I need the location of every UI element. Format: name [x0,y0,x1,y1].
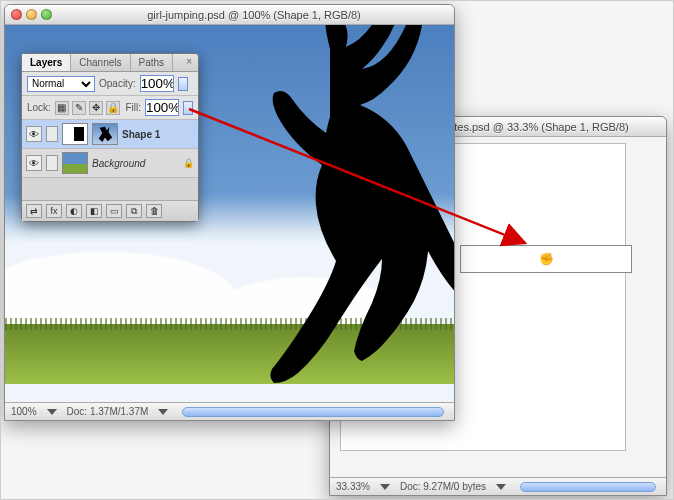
fill-label: Fill: [125,102,141,113]
link-layers-icon[interactable]: ⇄ [26,204,42,218]
layer-row-background[interactable]: 👁 Background 🔒 [22,149,198,178]
close-icon[interactable] [11,9,22,20]
horizontal-scrollbar[interactable] [182,407,444,417]
layer-style-icon[interactable]: fx [46,204,62,218]
minimize-icon[interactable] [26,9,37,20]
zoom-menu-icon[interactable] [47,409,57,415]
vector-mask-thumb[interactable] [92,123,118,145]
layer-thumb[interactable] [62,152,88,174]
panel-tabs: Layers Channels Paths × [22,54,198,72]
traffic-lights [11,9,52,20]
doc-size: Doc: 9.27M/0 bytes [400,481,486,492]
lock-transparency-icon[interactable]: ▦ [55,101,69,115]
fill-stepper-icon[interactable] [183,101,193,115]
lock-pixels-icon[interactable]: ✎ [72,101,86,115]
zoom-menu-icon[interactable] [380,484,390,490]
link-slot[interactable] [46,155,58,171]
trash-icon[interactable]: 🗑 [146,204,162,218]
layer-row-shape1[interactable]: 👁 Shape 1 [22,120,198,149]
group-icon[interactable]: ▭ [106,204,122,218]
tab-paths[interactable]: Paths [131,54,174,71]
silhouette-shape [155,25,454,402]
opacity-label: Opacity: [99,78,136,89]
opacity-stepper-icon[interactable] [178,77,188,91]
lock-indicator-icon: 🔒 [183,158,194,168]
new-layer-icon[interactable]: ⧉ [126,204,142,218]
status-bar: 100% Doc: 1.37M/1.37M [5,402,454,420]
zoom-level[interactable]: 100% [11,406,37,417]
canvas[interactable]: Layers Channels Paths × Normal Opacity: … [5,25,454,402]
layer-name[interactable]: Shape 1 [122,129,160,140]
lock-all-icon[interactable]: 🔒 [106,101,120,115]
drop-target: ✊ [460,245,632,273]
tab-layers[interactable]: Layers [22,54,71,71]
doc-size: Doc: 1.37M/1.37M [67,406,149,417]
titlebar[interactable]: girl-jumping.psd @ 100% (Shape 1, RGB/8) [5,5,454,25]
zoom-level[interactable]: 33.33% [336,481,370,492]
blend-opacity-row: Normal Opacity: [22,72,198,96]
layer-list: 👁 Shape 1 👁 Background 🔒 [22,120,198,200]
document-window-girl-jumping[interactable]: girl-jumping.psd @ 100% (Shape 1, RGB/8)… [4,4,455,421]
zoom-icon[interactable] [41,9,52,20]
tab-channels[interactable]: Channels [71,54,130,71]
link-slot[interactable] [46,126,58,142]
layer-name[interactable]: Background [92,158,145,169]
opacity-input[interactable] [140,75,174,92]
layer-mask-icon[interactable]: ◐ [66,204,82,218]
lock-label: Lock: [27,102,51,113]
lock-fill-row: Lock: ▦ ✎ ✥ 🔒 Fill: [22,96,198,120]
visibility-toggle-icon[interactable]: 👁 [26,155,42,171]
empty-layer-area [22,178,198,200]
blend-mode-select[interactable]: Normal [27,76,95,92]
fill-input[interactable] [145,99,179,116]
lock-position-icon[interactable]: ✥ [89,101,103,115]
doc-menu-icon[interactable] [158,409,168,415]
status-bar: 33.33% Doc: 9.27M/0 bytes [330,477,666,495]
window-title: girl-jumping.psd @ 100% (Shape 1, RGB/8) [60,9,448,21]
grab-cursor-icon: ✊ [539,252,554,266]
panel-footer: ⇄ fx ◐ ◧ ▭ ⧉ 🗑 [22,200,198,221]
panel-close-icon[interactable]: × [180,54,198,71]
doc-menu-icon[interactable] [496,484,506,490]
visibility-toggle-icon[interactable]: 👁 [26,126,42,142]
horizontal-scrollbar[interactable] [520,482,656,492]
layers-panel[interactable]: Layers Channels Paths × Normal Opacity: … [21,53,199,222]
adjustment-layer-icon[interactable]: ◧ [86,204,102,218]
lock-buttons: ▦ ✎ ✥ 🔒 [55,101,120,115]
layer-mask-thumb[interactable] [62,123,88,145]
